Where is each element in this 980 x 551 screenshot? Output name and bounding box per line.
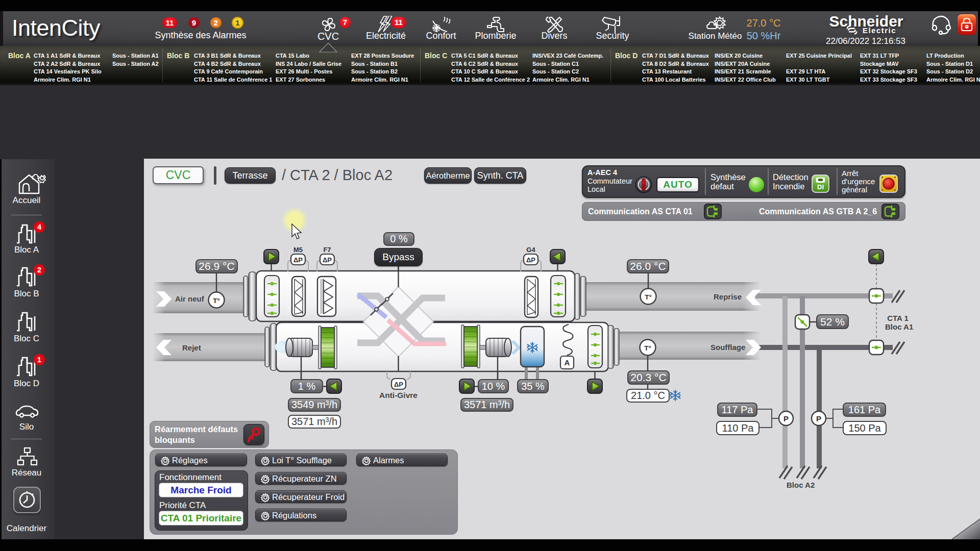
svg-text:M5: M5 [293,246,303,254]
svg-text:ΔP: ΔP [394,381,403,388]
svg-text:P: P [816,414,821,423]
svg-text:ΔP: ΔP [293,256,303,264]
svg-text:A: A [565,358,570,367]
svg-text:T°: T° [645,293,652,301]
svg-text:T°: T° [213,297,220,305]
svg-text:DI: DI [817,183,824,191]
svg-text:T°: T° [644,344,651,352]
svg-text:ΔP: ΔP [323,256,332,264]
svg-text:G4: G4 [526,246,535,254]
svg-text:F7: F7 [323,246,331,254]
svg-text:P: P [783,414,789,423]
svg-text:ΔP: ΔP [526,256,535,264]
